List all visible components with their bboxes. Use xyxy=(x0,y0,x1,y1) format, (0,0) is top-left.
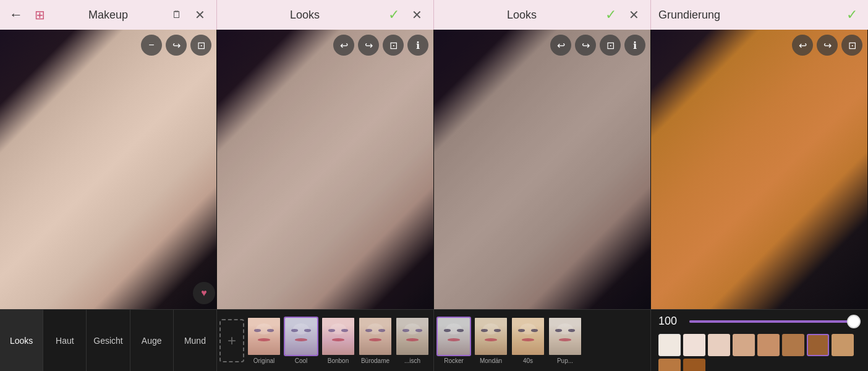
undo-button-2[interactable]: ↩ xyxy=(333,35,354,56)
thumbnail-bonbon[interactable]: Bonbon xyxy=(321,317,355,364)
panel-2-header: Looks ✓ ✕ xyxy=(217,0,434,30)
check-button-3[interactable]: ✓ xyxy=(602,6,619,23)
panel-1-controls: − ↪ ⊡ xyxy=(141,35,211,56)
swatch-s5[interactable] xyxy=(807,334,829,356)
panel-1-title: Makeup xyxy=(88,9,128,22)
face-image-3 xyxy=(434,30,650,309)
panel-4-title: Grundierung xyxy=(658,9,720,22)
back-button[interactable]: ← xyxy=(7,6,25,23)
swatch-s0[interactable] xyxy=(683,334,705,356)
save-button[interactable]: 🗒 xyxy=(168,6,185,23)
check-button-4[interactable]: ✓ xyxy=(843,6,861,23)
panel-3-header: Looks ✓ ✕ xyxy=(434,0,651,30)
thumbnail-burodame[interactable]: Bürodame xyxy=(358,317,393,364)
thumbnail-mondan[interactable]: Mondän xyxy=(474,317,508,364)
panel-1-image: − ↪ ⊡ xyxy=(0,30,217,309)
panel-3-controls: ↩ ↪ ⊡ ℹ xyxy=(550,35,645,56)
thumbnail-pup[interactable]: Pup... xyxy=(548,317,582,364)
add-look-button[interactable]: + xyxy=(219,319,244,362)
bottom-bar: Looks Haut Gesicht Auge Mund ♥ + Origina… xyxy=(0,309,868,371)
tab-haut[interactable]: Haut xyxy=(43,310,87,371)
redo-button-2[interactable]: ↪ xyxy=(358,35,379,56)
thumbnail-cool[interactable]: Cool xyxy=(284,317,318,364)
face-image-4 xyxy=(651,30,867,309)
info-button-2[interactable]: ℹ xyxy=(407,35,428,56)
panel-3-image: ↩ ↪ ⊡ ℹ xyxy=(434,30,651,309)
panel-4-image: ↩ ↪ ⊡ xyxy=(651,30,868,309)
tab-auge[interactable]: Auge xyxy=(130,310,174,371)
slider-fill xyxy=(689,320,861,323)
close-button-3[interactable]: ✕ xyxy=(626,6,643,23)
redo-button-3[interactable]: ↪ xyxy=(575,35,596,56)
panel-4-right-icons: ✓ xyxy=(843,6,861,23)
swatch-s1[interactable] xyxy=(708,334,730,356)
close-button-2[interactable]: ✕ xyxy=(409,6,426,23)
thumbnail-40s[interactable]: 40s xyxy=(511,317,545,364)
tab-mund[interactable]: Mund xyxy=(174,310,216,371)
swatch-light[interactable] xyxy=(658,334,681,356)
tab-looks[interactable]: Looks xyxy=(0,310,43,371)
thumbnail-isch[interactable]: ...isch xyxy=(395,317,430,364)
redo-button-4[interactable]: ↪ xyxy=(817,35,838,56)
crop-button-4[interactable]: ⊡ xyxy=(841,35,862,56)
heart-button[interactable]: ♥ xyxy=(193,282,215,304)
swatch-s6[interactable] xyxy=(832,334,854,356)
panel-2-right-icons: ✓ ✕ xyxy=(385,6,426,23)
grid-icon-button[interactable]: ⊞ xyxy=(31,6,48,23)
face-image-1 xyxy=(0,30,216,309)
thumbnail-original[interactable]: Original xyxy=(247,317,281,364)
panel-1-right-icons: 🗒 ✕ xyxy=(168,6,209,23)
panel-2-title: Looks xyxy=(290,9,320,22)
panel-2-thumbnails: + Original Cool xyxy=(217,310,434,371)
panel-3-title: Looks xyxy=(507,9,537,22)
panel-1-header: ← ⊞ Makeup 🗒 ✕ xyxy=(0,0,217,30)
panel-1-left-icons: ← ⊞ xyxy=(7,6,48,23)
minus-button[interactable]: − xyxy=(141,35,162,56)
panel-2-controls: ↩ ↪ ⊡ ℹ xyxy=(333,35,428,56)
crop-button-3[interactable]: ⊡ xyxy=(600,35,621,56)
slider-thumb[interactable] xyxy=(847,315,861,328)
crop-button-1[interactable]: ⊡ xyxy=(190,35,211,56)
swatch-s3[interactable] xyxy=(757,334,780,356)
color-swatches xyxy=(658,334,861,371)
swatch-s8[interactable] xyxy=(683,359,705,371)
slider-value: 100 xyxy=(658,315,683,328)
panel-4-header: Grundierung ✓ xyxy=(651,0,868,30)
undo-button-4[interactable]: ↩ xyxy=(792,35,813,56)
close-button-1[interactable]: ✕ xyxy=(192,6,209,23)
redo-button-1[interactable]: ↪ xyxy=(166,35,187,56)
undo-button-3[interactable]: ↩ xyxy=(550,35,571,56)
thumbnail-rocker[interactable]: Rocker xyxy=(436,317,471,364)
panel-3-thumbnails: Rocker Mondän 40s xyxy=(434,310,651,371)
info-button-3[interactable]: ℹ xyxy=(624,35,645,56)
swatch-s4[interactable] xyxy=(782,334,804,356)
swatch-s2[interactable] xyxy=(733,334,755,356)
crop-button-2[interactable]: ⊡ xyxy=(383,35,404,56)
panel-3-right-icons: ✓ ✕ xyxy=(602,6,643,23)
check-button-2[interactable]: ✓ xyxy=(385,6,402,23)
looks-tabs: Looks Haut Gesicht Auge Mund xyxy=(0,310,216,371)
panel-2-image: ↩ ↪ ⊡ ℹ xyxy=(217,30,434,309)
swatch-s7[interactable] xyxy=(658,359,681,371)
slider-row: 100 xyxy=(658,315,861,328)
face-image-2 xyxy=(217,30,433,309)
tab-gesicht[interactable]: Gesicht xyxy=(87,310,130,371)
main-area: − ↪ ⊡ ↩ ↪ ⊡ ℹ ↩ ↪ ⊡ ℹ xyxy=(0,30,868,309)
panel-1-bottom: Looks Haut Gesicht Auge Mund xyxy=(0,310,217,371)
slider-track[interactable] xyxy=(689,320,861,323)
panel-4-bottom: 100 xyxy=(651,310,868,371)
panel-4-controls: ↩ ↪ ⊡ xyxy=(792,35,862,56)
